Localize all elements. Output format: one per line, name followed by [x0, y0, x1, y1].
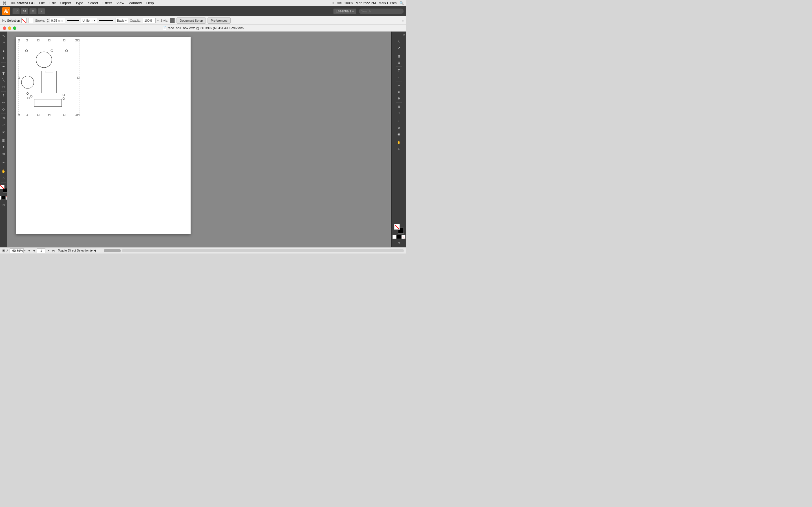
- document-setup-button[interactable]: Document Setup: [176, 17, 206, 24]
- right-select-tool[interactable]: ↖: [396, 38, 402, 45]
- right-direct-tool[interactable]: ↗: [396, 45, 402, 51]
- menu-select[interactable]: Select: [88, 1, 98, 5]
- fill-color[interactable]: [21, 18, 27, 23]
- graphic-style-btn[interactable]: ◉: [396, 131, 402, 137]
- rotate-tool[interactable]: ↻: [1, 115, 7, 121]
- gradient-tool[interactable]: ◫: [1, 137, 7, 144]
- line-tool[interactable]: ╲: [1, 77, 7, 83]
- horizontal-scrollbar-track[interactable]: [122, 249, 404, 252]
- magic-wand-tool[interactable]: ✦: [1, 48, 7, 54]
- svg-rect-26: [26, 40, 28, 41]
- preferences-button[interactable]: Preferences: [207, 17, 231, 24]
- menu-window[interactable]: Window: [129, 1, 142, 5]
- system-search[interactable]: 🔍: [400, 1, 404, 5]
- stroke-width-input[interactable]: [50, 18, 65, 23]
- stroke-style-dropdown[interactable]: Basic▾: [116, 18, 128, 23]
- foreground-color-swatch[interactable]: [0, 185, 4, 189]
- menu-object[interactable]: Object: [60, 1, 71, 5]
- transform-panel-btn[interactable]: ↔: [396, 82, 402, 89]
- pathfinder-panel-btn[interactable]: ⊕: [396, 95, 402, 101]
- workspace-button[interactable]: ⊞: [29, 8, 37, 14]
- system-user: Mark Hirsch: [378, 1, 397, 5]
- toggle-arrow-right[interactable]: ▶: [91, 249, 93, 252]
- prev-page-button[interactable]: ◀: [32, 249, 36, 252]
- status-bar: ⊞ ↗ ▾ |◀ ◀ ▶ ▶| Toggle Direct Selection …: [0, 247, 406, 253]
- slice-tool[interactable]: ✂: [1, 159, 7, 166]
- style-color[interactable]: [170, 18, 175, 23]
- artboard-panel-btn[interactable]: □: [396, 110, 402, 116]
- selection-tool[interactable]: ↖: [1, 33, 7, 39]
- layer-panel-btn[interactable]: ⊞: [396, 103, 402, 110]
- draw-mode-button[interactable]: ⊟: [1, 202, 7, 208]
- paintbrush-tool[interactable]: ⌇: [1, 93, 7, 99]
- bridge-button[interactable]: Br: [12, 8, 20, 14]
- app-toolbar: Ai Br St ⊞ ⌖ Essentials ▾: [0, 6, 406, 16]
- horizontal-scrollbar-thumb[interactable]: [104, 249, 121, 252]
- menu-help[interactable]: Help: [146, 1, 154, 5]
- warp-tool[interactable]: ⌀: [1, 128, 7, 135]
- foreground-color-button[interactable]: [394, 224, 400, 230]
- svg-rect-21: [34, 99, 62, 107]
- maximize-button[interactable]: [13, 26, 16, 30]
- hand-panel-btn[interactable]: ✋: [396, 139, 402, 145]
- lasso-tool[interactable]: ⌖: [1, 55, 7, 61]
- svg-rect-28: [63, 40, 65, 41]
- panel-collapse-button[interactable]: »: [403, 33, 405, 36]
- menu-file[interactable]: File: [39, 1, 45, 5]
- direct-selection-tool[interactable]: ↗: [1, 40, 7, 46]
- align-panel-btn[interactable]: ≡: [396, 89, 402, 95]
- line-panel-btn[interactable]: /: [396, 74, 402, 80]
- stroke-type-dropdown[interactable]: Uniform▾: [81, 18, 97, 23]
- main-area: ↖ ↗ ✦ ⌖ ✒ T ╲ □ ⌇ ✏ ◇ ↻ ⤢ ⌀ ◫ ✦ ⊕ ✂ ✋ ⌕: [0, 32, 406, 247]
- search-input[interactable]: [359, 8, 404, 14]
- canvas-area[interactable]: [7, 32, 391, 247]
- svg-rect-23: [38, 114, 39, 116]
- essentials-button[interactable]: Essentials ▾: [333, 8, 356, 14]
- scale-tool[interactable]: ⤢: [1, 122, 7, 128]
- next-page-button[interactable]: ▶: [47, 249, 50, 252]
- menu-edit[interactable]: Edit: [49, 1, 56, 5]
- zoom-tool[interactable]: ⌕: [1, 175, 7, 181]
- reset-button[interactable]: ⌖: [38, 8, 45, 14]
- eyedropper-tool[interactable]: ✦: [1, 144, 7, 150]
- panel-options-icon[interactable]: ≡: [402, 19, 404, 22]
- zoom-input[interactable]: [10, 248, 24, 253]
- type-panel-btn[interactable]: T: [396, 68, 402, 74]
- eraser-tool[interactable]: ◇: [1, 106, 7, 112]
- tool-separator-9: [1, 194, 6, 194]
- last-page-button[interactable]: ▶|: [52, 249, 56, 252]
- stock-button[interactable]: St: [21, 8, 28, 14]
- hand-tool[interactable]: ✋: [1, 168, 7, 174]
- menu-view[interactable]: View: [116, 1, 124, 5]
- pencil-tool[interactable]: ✏: [1, 100, 7, 106]
- draw-mode-icon[interactable]: ⊟: [396, 240, 402, 246]
- menu-illustrator[interactable]: Illustrator CC: [11, 1, 35, 5]
- apple-menu[interactable]: ⌘: [2, 0, 7, 6]
- menu-type[interactable]: Type: [75, 1, 83, 5]
- black-swatch[interactable]: [2, 196, 6, 200]
- page-number-input[interactable]: [37, 248, 45, 253]
- left-toolbar: ↖ ↗ ✦ ⌖ ✒ T ╲ □ ⌇ ✏ ◇ ↻ ⤢ ⌀ ◫ ✦ ⊕ ✂ ✋ ⌕: [0, 32, 7, 247]
- blend-tool[interactable]: ⊕: [1, 151, 7, 157]
- rect-tool[interactable]: □: [1, 84, 7, 90]
- first-page-button[interactable]: |◀: [27, 249, 31, 252]
- right-sep-3: [396, 81, 402, 81]
- white-swatch[interactable]: [0, 196, 1, 200]
- opacity-input[interactable]: [143, 18, 156, 23]
- stroke-color[interactable]: [28, 18, 33, 23]
- fill-panel-btn[interactable]: ▦: [396, 53, 402, 59]
- stroke-panel-btn[interactable]: ⊟: [396, 59, 402, 66]
- black-color-swatch[interactable]: [397, 235, 401, 239]
- toggle-arrow-left[interactable]: ◀: [94, 249, 96, 252]
- minimize-button[interactable]: [8, 26, 11, 30]
- menu-effect[interactable]: Effect: [103, 1, 112, 5]
- zoom-panel-btn[interactable]: ⌕: [396, 146, 402, 152]
- pen-tool[interactable]: ✒: [1, 64, 7, 70]
- symbol-panel-btn[interactable]: ⊛: [396, 124, 402, 131]
- white-color-swatch[interactable]: [393, 235, 396, 239]
- none-color-swatch[interactable]: [402, 235, 405, 239]
- brush-panel-btn[interactable]: ⌇: [396, 118, 402, 124]
- svg-rect-27: [38, 40, 39, 41]
- close-button[interactable]: [3, 26, 6, 30]
- type-tool[interactable]: T: [1, 70, 7, 76]
